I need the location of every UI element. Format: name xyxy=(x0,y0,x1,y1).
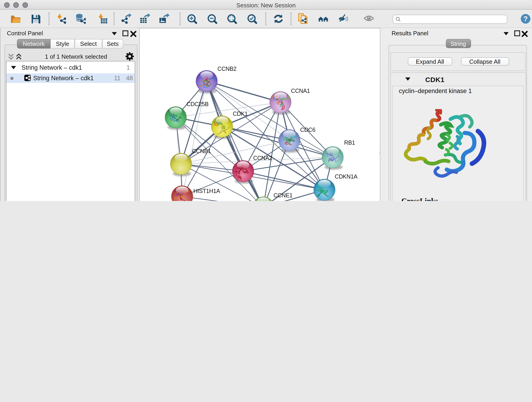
svg-text:CCNA1: CCNA1 xyxy=(291,88,310,94)
svg-text:CCNE1: CCNE1 xyxy=(273,192,293,198)
svg-text:CCNA2: CCNA2 xyxy=(253,155,272,161)
svg-text:HIST1H1A: HIST1H1A xyxy=(193,188,220,194)
svg-text:CCNB2: CCNB2 xyxy=(217,65,236,72)
svg-text:CCNB1: CCNB1 xyxy=(192,148,211,154)
svg-text:CDC25B: CDC25B xyxy=(186,101,209,107)
svg-text:CDC6: CDC6 xyxy=(300,127,315,133)
svg-text:CDKN1A: CDKN1A xyxy=(335,173,358,180)
svg-text:CDK1: CDK1 xyxy=(233,110,248,117)
svg-text:?: ? xyxy=(524,15,528,23)
svg-text:RB1: RB1 xyxy=(344,139,355,146)
